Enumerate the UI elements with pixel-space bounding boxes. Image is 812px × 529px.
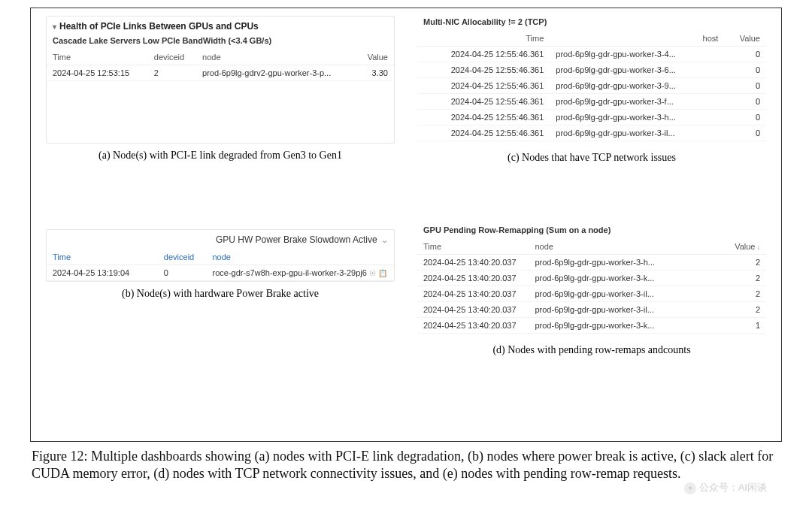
cell-host: prod-6p9lg-gdr-gpu-worker-3-6...: [550, 62, 724, 78]
copy-icon[interactable]: 📋: [378, 269, 387, 277]
cell-host: prod-6p9lg-gdr-gpu-worker-3-4...: [550, 47, 724, 62]
sort-desc-icon: ↓: [757, 243, 761, 251]
chevron-down-icon: ▾: [53, 23, 56, 31]
caption-b: (b) Node(s) with hardware Power Brake ac…: [46, 288, 395, 300]
table-row[interactable]: 2024-04-25 12:55:46.361prod-6p9lg-gdr-gp…: [417, 125, 766, 141]
cell-value: 0: [724, 47, 766, 62]
panel-b-table: Time deviceid node 2024-04-25 13:19:04 0…: [47, 249, 394, 281]
panel-c-table: Time host Value 2024-04-25 12:55:46.361p…: [417, 31, 766, 141]
table-header-row: Time deviceid node: [47, 249, 394, 265]
cell-value: 1: [717, 318, 766, 334]
caption-c: (c) Nodes that have TCP network issues: [417, 152, 766, 164]
table-row[interactable]: 2024-04-25 12:53:15 2 prod-6p9lg-gdrv2-g…: [47, 65, 394, 81]
cell-time: 2024-04-25 12:55:46.361: [417, 94, 550, 110]
cell-time: 2024-04-25 12:55:46.361: [417, 78, 550, 94]
table-header-row: Time host Value: [417, 31, 766, 47]
cell-time: 2024-04-25 12:55:46.361: [417, 62, 550, 78]
cell-value: 2: [717, 286, 766, 302]
col-value[interactable]: Value↓: [717, 239, 766, 255]
cell-time: 2024-04-25 12:55:46.361: [417, 47, 550, 62]
table-header-row: Time deviceid node Value: [47, 50, 394, 65]
panel-power-brake: GPU HW Power Brake Slowdown Active ⌄ Tim…: [46, 229, 395, 282]
table-row[interactable]: 2024-04-25 12:55:46.361prod-6p9lg-gdr-gp…: [417, 47, 766, 62]
cell-value: 3.30: [357, 65, 394, 81]
table-row[interactable]: 2024-04-25 13:40:20.037prod-6p9lg-gdr-gp…: [417, 318, 766, 334]
col-deviceid[interactable]: deviceid: [148, 50, 196, 65]
table-row[interactable]: 2024-04-25 13:40:20.037prod-6p9lg-gdr-gp…: [417, 255, 766, 271]
watermark: ✦公众号：AI闲谈: [684, 481, 767, 494]
cell-value: 0: [724, 125, 766, 141]
table-row[interactable]: 2024-04-25 12:55:46.361prod-6p9lg-gdr-gp…: [417, 62, 766, 78]
cell-host: prod-6p9lg-gdr-gpu-worker-3-h...: [550, 110, 724, 125]
table-row[interactable]: 2024-04-25 12:55:46.361prod-6p9lg-gdr-gp…: [417, 94, 766, 110]
wechat-icon: ✦: [684, 482, 696, 494]
col-deviceid[interactable]: deviceid: [158, 249, 207, 265]
cell-time: 2024-04-25 13:40:20.037: [417, 302, 529, 318]
cell-deviceid: 0: [158, 265, 207, 281]
cell-time: 2024-04-25 12:53:15: [47, 65, 148, 81]
cell-value: 2: [717, 271, 766, 286]
cell-time: 2024-04-25 13:40:20.037: [417, 271, 529, 286]
figure-frame: ▾Health of PCIe Links Between GPUs and C…: [30, 8, 782, 442]
table-header-row: Time node Value↓: [417, 239, 766, 255]
col-node[interactable]: node: [207, 249, 395, 265]
cell-value: 0: [724, 62, 766, 78]
col-value[interactable]: Value: [357, 50, 394, 65]
cell-time: 2024-04-25 12:55:46.361: [417, 125, 550, 141]
col-time[interactable]: Time: [47, 50, 148, 65]
cell-time: 2024-04-25 13:40:20.037: [417, 286, 529, 302]
cell-node: prod-6p9lg-gdr-gpu-worker-3-k...: [529, 271, 717, 286]
panel-c-title: Multi-NIC Allocability != 2 (TCP): [417, 16, 766, 31]
col-node[interactable]: node: [196, 50, 357, 65]
col-host[interactable]: host: [550, 31, 724, 47]
table-row[interactable]: 2024-04-25 13:40:20.037prod-6p9lg-gdr-gp…: [417, 302, 766, 318]
cell-node: prod-6p9lg-gdrv2-gpu-worker-3-p...: [196, 65, 357, 81]
left-column: ▾Health of PCIe Links Between GPUs and C…: [46, 16, 395, 356]
cell-node: roce-gdr-s7w8h-exp-gpu-il-worker-3-29pj6…: [207, 265, 395, 281]
panel-multinic: Multi-NIC Allocability != 2 (TCP) Time h…: [417, 16, 766, 141]
panel-a-subtitle: Cascade Lake Servers Low PCIe BandWidth …: [47, 35, 394, 50]
cell-time: 2024-04-25 13:40:20.037: [417, 255, 529, 271]
table-row[interactable]: 2024-04-25 12:55:46.361prod-6p9lg-gdr-gp…: [417, 78, 766, 94]
cell-value: 0: [724, 78, 766, 94]
panel-d-title: GPU Pending Row-Remapping (Sum on a node…: [417, 224, 766, 239]
panel-a-title-row[interactable]: ▾Health of PCIe Links Between GPUs and C…: [47, 17, 394, 35]
cell-value: 2: [717, 255, 766, 271]
cell-host: prod-6p9lg-gdr-gpu-worker-3-9...: [550, 78, 724, 94]
cell-host: prod-6p9lg-gdr-gpu-worker-3-il...: [550, 125, 724, 141]
panel-a-table: Time deviceid node Value 2024-04-25 12:5…: [47, 50, 394, 81]
cell-time: 2024-04-25 12:55:46.361: [417, 110, 550, 125]
caption-d: (d) Nodes with pending row-remaps andcou…: [417, 344, 766, 356]
eye-icon[interactable]: ☉: [369, 269, 376, 277]
panel-pcie-health: ▾Health of PCIe Links Between GPUs and C…: [46, 16, 395, 144]
cell-value: 0: [724, 94, 766, 110]
cell-deviceid: 2: [148, 65, 196, 81]
figure-caption: Figure 12: Multiple dashboards showing (…: [30, 442, 782, 482]
panel-row-remap: GPU Pending Row-Remapping (Sum on a node…: [417, 224, 766, 334]
cell-node: prod-6p9lg-gdr-gpu-worker-3-il...: [529, 286, 717, 302]
panel-a-title: Health of PCIe Links Between GPUs and CP…: [59, 21, 259, 32]
chevron-down-icon: ⌄: [381, 235, 388, 244]
panel-b-title-row[interactable]: GPU HW Power Brake Slowdown Active ⌄: [47, 230, 394, 249]
cell-time: 2024-04-25 13:40:20.037: [417, 318, 529, 334]
cell-node: prod-6p9lg-gdr-gpu-worker-3-h...: [529, 255, 717, 271]
caption-a: (a) Node(s) with PCI-E link degraded fro…: [46, 150, 395, 162]
col-time[interactable]: Time: [47, 249, 158, 265]
cell-host: prod-6p9lg-gdr-gpu-worker-3-f...: [550, 94, 724, 110]
cell-time: 2024-04-25 13:19:04: [47, 265, 158, 281]
col-time[interactable]: Time: [417, 31, 550, 47]
cell-node: prod-6p9lg-gdr-gpu-worker-3-k...: [529, 318, 717, 334]
col-time[interactable]: Time: [417, 239, 529, 255]
table-row[interactable]: 2024-04-25 13:40:20.037prod-6p9lg-gdr-gp…: [417, 286, 766, 302]
table-row[interactable]: 2024-04-25 12:55:46.361prod-6p9lg-gdr-gp…: [417, 110, 766, 125]
col-node[interactable]: node: [529, 239, 717, 255]
panel-d-table: Time node Value↓ 2024-04-25 13:40:20.037…: [417, 239, 766, 334]
cell-node: prod-6p9lg-gdr-gpu-worker-3-il...: [529, 302, 717, 318]
panel-b-title: GPU HW Power Brake Slowdown Active: [216, 234, 377, 245]
table-row[interactable]: 2024-04-25 13:19:04 0 roce-gdr-s7w8h-exp…: [47, 265, 394, 281]
table-row[interactable]: 2024-04-25 13:40:20.037prod-6p9lg-gdr-gp…: [417, 271, 766, 286]
cell-value: 0: [724, 110, 766, 125]
cell-value: 2: [717, 302, 766, 318]
col-value[interactable]: Value: [724, 31, 766, 47]
right-column: Multi-NIC Allocability != 2 (TCP) Time h…: [417, 16, 766, 356]
